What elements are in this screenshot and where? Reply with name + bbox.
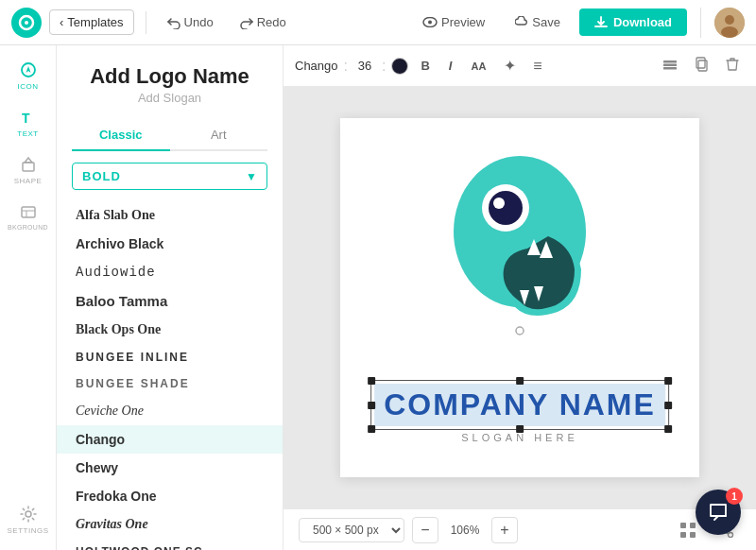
sidebar-item-shape[interactable]: SHAPE (4, 147, 53, 193)
format-delete-button[interactable] (720, 54, 745, 78)
download-button[interactable]: Download (579, 9, 687, 36)
svg-point-6 (721, 26, 738, 38)
format-bold-button[interactable]: B (414, 56, 436, 76)
handle-top-left[interactable] (368, 377, 375, 385)
save-button[interactable]: Save (504, 10, 572, 34)
handle-mid-left[interactable] (368, 402, 375, 409)
canvas-wrapper[interactable]: COMPANY NAME SLOGAN HERE (284, 87, 756, 508)
main-toolbar: ‹ Templates Undo Redo Preview Save Downl… (0, 0, 756, 45)
settings-icon (19, 505, 38, 524)
format-allcaps-button[interactable]: AA (464, 58, 492, 75)
font-filter-dropdown[interactable]: BOLD ▼ (72, 163, 267, 190)
svg-marker-11 (25, 158, 32, 163)
sidebar-item-icon[interactable]: ICON (4, 53, 53, 98)
font-item-bungee-shade[interactable]: BUNGEE SHADE (57, 370, 283, 397)
format-copy-button[interactable] (689, 54, 714, 78)
font-item-audiowide[interactable]: Audiowide (57, 258, 283, 286)
handle-top-right[interactable] (664, 377, 672, 385)
text-icon: T (19, 108, 38, 127)
svg-text:T: T (22, 111, 30, 126)
svg-rect-19 (698, 60, 707, 71)
svg-marker-8 (26, 66, 30, 73)
font-item-fredoka-one[interactable]: Fredoka One (57, 482, 283, 510)
font-item-chewy[interactable]: Chewy (57, 454, 283, 482)
font-item-holtwood-one-sc[interactable]: HOLTWOOD ONE SC (57, 539, 283, 550)
sidebar-item-text-label: TEXT (17, 129, 38, 138)
toolbar-divider-1 (146, 11, 146, 34)
font-panel: Add Logo Name Add Slogan Classic Art BOL… (57, 45, 284, 550)
font-item-gravitas-one[interactable]: Gravitas One (57, 510, 283, 539)
eye-icon (422, 17, 438, 27)
svg-rect-10 (23, 163, 34, 171)
company-name-wrapper[interactable]: COMPANY NAME (374, 384, 665, 426)
svg-rect-30 (680, 523, 686, 528)
svg-point-3 (428, 21, 432, 25)
font-item-ceviche-one[interactable]: Ceviche One (57, 397, 283, 425)
format-color-picker[interactable] (391, 58, 408, 75)
canvas-slogan-text[interactable]: SLOGAN HERE (461, 432, 577, 443)
company-name-container[interactable]: COMPANY NAME (374, 384, 665, 426)
panel-subtitle: Add Slogan (72, 91, 267, 105)
canvas-text-area[interactable]: COMPANY NAME SLOGAN HERE (374, 384, 665, 443)
svg-point-5 (725, 15, 734, 25)
format-font-size: 36 (353, 59, 376, 73)
canvas-area: Chango : 36 : B I AA ✦ ≡ (284, 45, 756, 550)
svg-point-1 (25, 21, 28, 25)
panel-tabs: Classic Art (72, 120, 267, 151)
panel-title: Add Logo Name (72, 64, 267, 89)
font-item-black-ops-one[interactable]: Black Ops One (57, 316, 283, 344)
svg-point-23 (489, 191, 523, 225)
preview-button[interactable]: Preview (411, 10, 496, 34)
svg-rect-33 (690, 532, 696, 538)
undo-label: Undo (184, 15, 214, 29)
user-avatar[interactable] (714, 8, 745, 38)
svg-rect-12 (22, 207, 35, 217)
handle-mid-right[interactable] (664, 402, 672, 409)
grid-icon (679, 522, 696, 539)
sidebar-item-settings[interactable]: SETTINGS (4, 497, 53, 542)
svg-point-15 (26, 511, 31, 517)
sidebar-item-settings-label: SETTINGS (8, 526, 49, 535)
templates-button[interactable]: ‹ Templates (49, 9, 134, 35)
sidebar-item-background[interactable]: BKGROUND (4, 195, 53, 238)
font-item-archivo-black[interactable]: Archivo Black (57, 230, 283, 258)
sidebar-item-shape-label: SHAPE (14, 177, 43, 185)
copy-icon (695, 57, 709, 72)
company-name-text[interactable]: COMPANY NAME (384, 387, 656, 421)
chat-icon (707, 501, 730, 524)
redo-button[interactable]: Redo (231, 10, 296, 34)
format-layers-button[interactable] (657, 54, 683, 78)
tab-classic[interactable]: Classic (72, 120, 170, 151)
handle-bottom-left[interactable] (368, 425, 375, 433)
font-item-baloo-tamma[interactable]: Baloo Tamma (57, 286, 283, 316)
save-label: Save (532, 15, 560, 29)
zoom-level: 106% (446, 524, 484, 537)
format-effects-button[interactable]: ✦ (498, 54, 522, 77)
undo-button[interactable]: Undo (158, 10, 223, 34)
toolbar-vertical-divider (700, 8, 701, 38)
svg-rect-18 (663, 67, 677, 70)
sidebar-item-text[interactable]: T TEXT (4, 100, 53, 146)
format-divider-2: : (382, 58, 386, 75)
handle-top-mid[interactable] (516, 377, 524, 385)
panel-header: Add Logo Name Add Slogan (57, 45, 283, 112)
chat-bubble-button[interactable]: 1 (696, 490, 741, 535)
format-divider-1: : (344, 58, 348, 75)
font-item-chango[interactable]: Chango (57, 425, 283, 454)
svg-point-35 (729, 532, 733, 537)
format-italic-button[interactable]: I (442, 56, 459, 76)
font-item-bungee-inline[interactable]: BUNGEE INLINE (57, 344, 283, 370)
handle-bottom-right[interactable] (664, 425, 672, 433)
trash-icon (726, 57, 739, 72)
app-logo (11, 8, 42, 38)
font-item-alfa-slab-one[interactable]: Alfa Slab One (57, 201, 283, 230)
svg-rect-32 (680, 532, 686, 538)
svg-point-29 (516, 327, 524, 335)
zoom-out-button[interactable]: − (412, 517, 438, 543)
background-icon (19, 202, 38, 221)
tab-art[interactable]: Art (170, 120, 268, 151)
zoom-in-button[interactable]: + (491, 517, 518, 543)
format-align-button[interactable]: ≡ (527, 55, 547, 77)
canvas-size-select[interactable]: 500 × 500 px (299, 518, 404, 542)
design-canvas[interactable]: COMPANY NAME SLOGAN HERE (340, 118, 699, 477)
